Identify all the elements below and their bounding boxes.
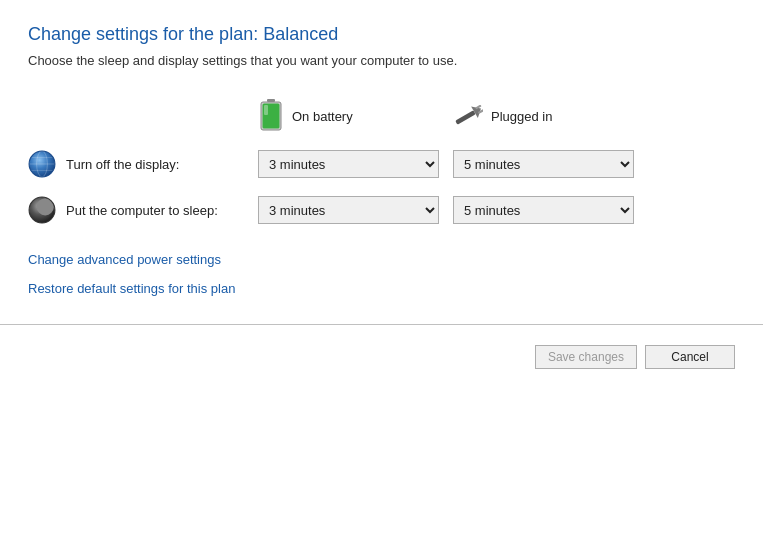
page-subtitle: Choose the sleep and display settings th…: [28, 53, 735, 68]
dropdown-plugged-display[interactable]: 1 minute2 minutes3 minutes5 minutes10 mi…: [453, 150, 634, 178]
display-icon: [28, 150, 56, 178]
button-row: Save changes Cancel: [28, 341, 735, 369]
column-headers: On battery Plugged in: [258, 98, 735, 134]
advanced-power-link[interactable]: Change advanced power settings: [28, 252, 735, 267]
dropdown-battery-sleep[interactable]: 1 minute2 minutes3 minutes5 minutes10 mi…: [258, 196, 439, 224]
restore-defaults-link[interactable]: Restore default settings for this plan: [28, 281, 735, 296]
plugged-label: Plugged in: [491, 109, 552, 124]
battery-column-header: On battery: [258, 98, 453, 134]
setting-label-display: Turn off the display:: [66, 157, 258, 172]
battery-label: On battery: [292, 109, 353, 124]
dropdowns-sleep: 1 minute2 minutes3 minutes5 minutes10 mi…: [258, 196, 634, 224]
dropdown-battery-display[interactable]: 1 minute2 minutes3 minutes5 minutes10 mi…: [258, 150, 439, 178]
plug-icon: [453, 105, 483, 127]
battery-icon: [258, 98, 284, 134]
page-title: Change settings for the plan: Balanced: [28, 24, 735, 45]
plugged-column-header: Plugged in: [453, 105, 648, 127]
settings-container: Turn off the display: 1 minute2 minutes3…: [28, 150, 735, 224]
cancel-button[interactable]: Cancel: [645, 345, 735, 369]
divider: [0, 324, 763, 325]
dropdown-plugged-sleep[interactable]: 1 minute2 minutes3 minutes5 minutes10 mi…: [453, 196, 634, 224]
setting-row-sleep: Put the computer to sleep: 1 minute2 min…: [28, 196, 735, 224]
setting-row-display: Turn off the display: 1 minute2 minutes3…: [28, 150, 735, 178]
save-button[interactable]: Save changes: [535, 345, 637, 369]
svg-rect-4: [455, 110, 475, 124]
dropdowns-display: 1 minute2 minutes3 minutes5 minutes10 mi…: [258, 150, 634, 178]
setting-label-sleep: Put the computer to sleep:: [66, 203, 258, 218]
links-section: Change advanced power settings Restore d…: [28, 252, 735, 296]
sleep-icon: [28, 196, 56, 224]
svg-rect-3: [264, 105, 268, 115]
